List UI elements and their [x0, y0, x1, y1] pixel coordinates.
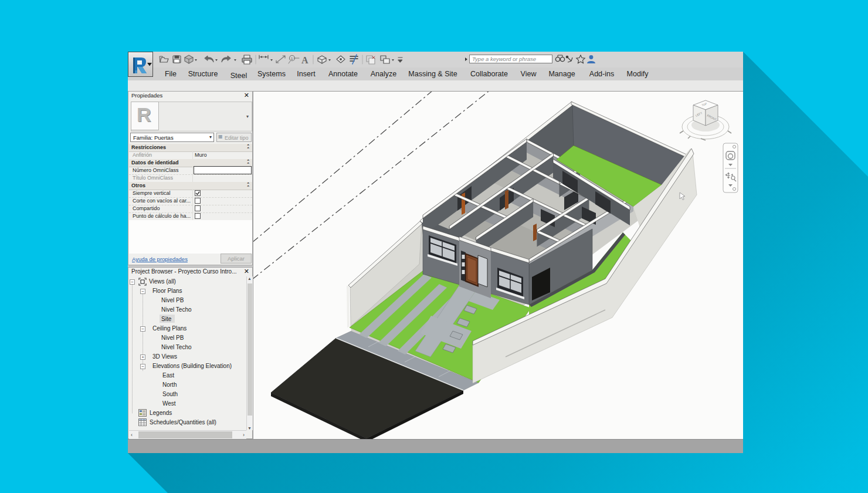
svg-text:A: A: [301, 55, 308, 65]
svg-text:1: 1: [291, 57, 293, 60]
